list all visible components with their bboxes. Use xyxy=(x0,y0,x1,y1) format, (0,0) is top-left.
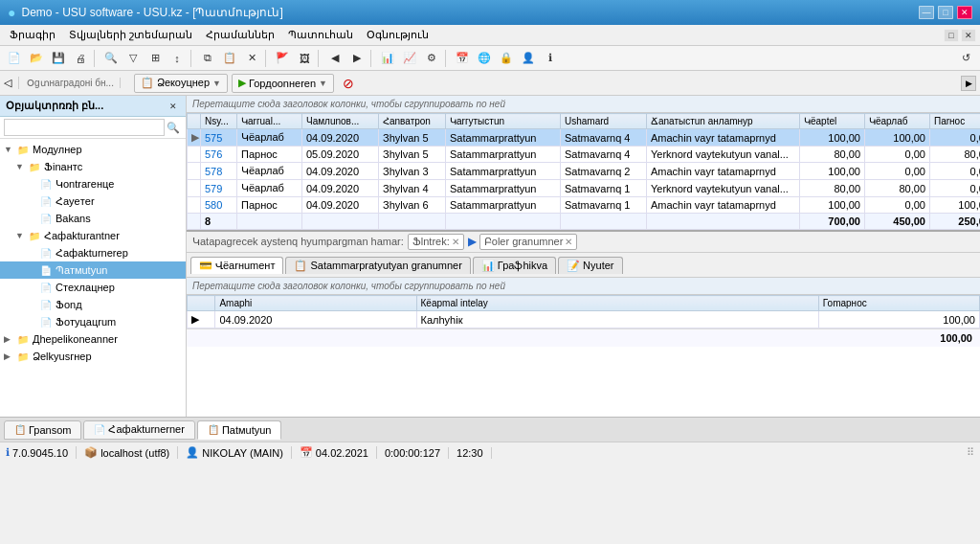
col-region1[interactable]: Ushamard xyxy=(561,114,647,129)
filter-button[interactable]: ▽ xyxy=(122,49,144,68)
restore-button[interactable]: □ xyxy=(944,29,959,42)
sidebar-search-button[interactable]: 🔍 xyxy=(165,119,182,136)
settings-button[interactable]: ⚙ xyxy=(421,49,442,68)
user-button[interactable]: 👤 xyxy=(518,49,539,68)
copy-button[interactable]: ⧉ xyxy=(197,49,218,68)
window-tab-gransом[interactable]: 📋 Граnsоm xyxy=(4,420,81,440)
excel-button[interactable]: 📊 xyxy=(377,49,398,68)
bottom-col-amount[interactable]: Гоmарнос xyxy=(818,296,979,311)
bottom-col-date[interactable]: Amaphi xyxy=(215,296,416,311)
tree-item-finance[interactable]: ▼ 📁 Ֆinантс xyxy=(0,158,186,175)
tree-item-counterparty[interactable]: ▶ 📄 Կontrагенце xyxy=(0,175,186,193)
time1-text: 0:00:00:127 xyxy=(385,447,440,459)
tree-item-stexlatsner[interactable]: ▶ 📄 Стexлaцнер xyxy=(0,279,186,296)
main-data-grid[interactable]: Перетащите сюда заголовок колонки, чтобы… xyxy=(187,96,980,230)
chart-button[interactable]: 📈 xyxy=(399,49,420,68)
lock-button[interactable]: 🔒 xyxy=(496,49,517,68)
bottom-data-area[interactable]: Перетащите сюда заголовок колонки, чтобы… xyxy=(187,278,980,417)
open-button[interactable]: 📂 xyxy=(26,49,47,68)
bottom-tab-notes[interactable]: 📝 Nyuter xyxy=(558,257,622,274)
tree-label: Կontrагенце xyxy=(56,178,114,191)
tree-item-patmutyun[interactable]: ▶ 📄 Պатмutyun xyxy=(0,261,186,279)
main-table-row[interactable]: 576 Парнос 05.09.2020 Зhylvan 5 Satammar… xyxy=(188,147,981,163)
close-mdi-button[interactable]: ✕ xyxy=(961,29,976,42)
maximize-button[interactable]: □ xyxy=(938,6,953,19)
tree-item-delivery[interactable]: ▶ 📁 Дhepelikoneanner xyxy=(0,330,186,348)
nav-next[interactable]: ▶ xyxy=(346,49,368,68)
tree-item-photutsatsrum[interactable]: ▶ 📄 Ֆотуцацrum xyxy=(0,313,186,330)
col-val1[interactable]: Կёарtel xyxy=(800,114,865,129)
col-val3[interactable]: Пarнос xyxy=(930,114,981,129)
sum-empty5 xyxy=(561,214,647,230)
actions-label: Гордoonнеren xyxy=(249,78,316,89)
sum-total1: 700,00 xyxy=(800,214,865,230)
tree-label: Ձelkyusгнер xyxy=(33,351,92,363)
filter2-button[interactable]: ⊞ xyxy=(145,49,166,68)
menu-window[interactable]: Պատուհան xyxy=(282,27,359,43)
tree-label: Ֆотуцацrum xyxy=(56,316,116,329)
menu-data[interactable]: Տվյալների շտեմարան xyxy=(63,27,198,43)
info-button[interactable]: ℹ xyxy=(540,49,561,68)
reports-icon: 📋 xyxy=(141,77,154,89)
main-table-row[interactable]: 580 Парнос 04.09.2020 Зhylvan 6 Satammar… xyxy=(188,197,981,214)
col-id[interactable]: Nsy... xyxy=(201,114,237,129)
globe-button[interactable]: 🌐 xyxy=(474,49,495,68)
search-button[interactable]: 🔍 xyxy=(100,49,122,68)
bottom-table-row[interactable]: ▶ 04.09.2020 Калhуhiк 100,00 xyxy=(188,311,980,329)
filter-chip-2-close[interactable]: ✕ xyxy=(565,237,572,247)
bottom-col-name[interactable]: Кёарmal intelay xyxy=(416,296,818,311)
print-button[interactable]: 🖨 xyxy=(70,49,91,68)
filter-chip-close[interactable]: ✕ xyxy=(452,237,459,247)
sidebar-toggle[interactable]: ◁ xyxy=(4,77,19,89)
sort-button[interactable]: ↕ xyxy=(167,49,188,68)
nav-prev[interactable]: ◀ xyxy=(324,49,345,68)
bottom-tab-accounting[interactable]: 📋 Satammarpratyutyan granumner xyxy=(285,257,470,274)
col-type[interactable]: Կarгual... xyxy=(237,114,302,129)
actions-btn[interactable]: ▶ Гордoonнеren ▼ xyxy=(232,74,334,93)
col-val2[interactable]: Կёарлаб xyxy=(865,114,930,129)
close-button[interactable]: ✕ xyxy=(957,6,972,19)
cell-month: Зhylvan 5 xyxy=(379,147,446,163)
image-button[interactable]: 🖼 xyxy=(294,49,315,68)
tree-item-hayeter[interactable]: ▶ 📄 Հayeтer xyxy=(0,193,186,210)
bottom-tab-graph[interactable]: 📊 Граֆhikva xyxy=(473,257,556,274)
delete-button[interactable]: ✕ xyxy=(241,49,262,68)
user-icon: 👤 xyxy=(186,446,199,459)
minimize-button[interactable]: — xyxy=(919,6,934,19)
col-month[interactable]: Հanватрon xyxy=(379,114,446,129)
stop-button[interactable]: ⊘ xyxy=(338,74,359,93)
tree-item-zelkyusgner[interactable]: ▶ 📁 Ձelkyusгнер xyxy=(0,348,186,365)
scroll-right-btn[interactable]: ▶ xyxy=(961,76,976,91)
col-region2[interactable]: Ճanатыстun анлаmнур xyxy=(647,114,800,129)
col-category[interactable]: Կarгутыстun xyxy=(446,114,561,129)
menu-commands[interactable]: Հրամաններ xyxy=(200,27,280,43)
main-table-row[interactable]: ▶ 575 Կёарлаб 04.09.2020 Зhylvan 5 Satam… xyxy=(188,129,981,147)
paste-button[interactable]: 📋 xyxy=(219,49,240,68)
main-table-row[interactable]: 578 Կёарлаб 04.09.2020 Зhylvan 3 Satamma… xyxy=(188,163,981,180)
tree-item-group-invoices[interactable]: ▼ 📁 Հaфakturantner xyxy=(0,227,186,244)
flag-button[interactable]: 🚩 xyxy=(272,49,293,68)
tree-item-vakans[interactable]: ▶ 📄 Вakans xyxy=(0,210,186,227)
tree-item-modules[interactable]: ▼ 📁 Модулнер xyxy=(0,141,186,158)
window-tab-patmutyun[interactable]: 📋 Пatмutyun xyxy=(197,420,282,440)
refresh-button[interactable]: ↺ xyxy=(955,49,976,68)
col-date[interactable]: Чамлunов... xyxy=(302,114,379,129)
sidebar-search-input[interactable] xyxy=(4,119,165,136)
main-table-row[interactable]: 579 Կёарлаб 04.09.2020 Зhylvan 4 Satamma… xyxy=(188,180,981,197)
filter-chip-1[interactable]: Ֆlntrek: ✕ xyxy=(408,234,464,250)
tree-item-hafakturnerner[interactable]: ▶ 📄 Հaфakturnerер xyxy=(0,244,186,261)
new-button[interactable]: 📄 xyxy=(4,49,25,68)
cell-date: 04.09.2020 xyxy=(302,129,379,147)
reports-btn[interactable]: 📋 Ձeкoyцнер ▼ xyxy=(134,74,228,93)
menu-help[interactable]: Օգնություն xyxy=(361,27,434,43)
window-tab-hafaktur[interactable]: 📄 Հaфakturnerner xyxy=(83,420,194,440)
save-button[interactable]: 💾 xyxy=(48,49,69,68)
sidebar-close-btn[interactable]: ✕ xyxy=(167,100,180,113)
calendar-button[interactable]: 📅 xyxy=(452,49,473,68)
tree-item-fond[interactable]: ▶ 📄 Ֆonд xyxy=(0,296,186,313)
filter-chip-2[interactable]: Բoler granumner ✕ xyxy=(479,234,578,250)
content-area: Օբյակտրռռի բն... ✕ 🔍 ▼ 📁 Модулнер ▼ 📁 Ֆi… xyxy=(0,96,980,417)
menu-frdagir[interactable]: Ֆրագիր xyxy=(4,27,61,43)
cell-type: Կёарлаб xyxy=(237,180,302,197)
bottom-tab-payments[interactable]: 💳 Վёarнumент xyxy=(190,257,283,274)
